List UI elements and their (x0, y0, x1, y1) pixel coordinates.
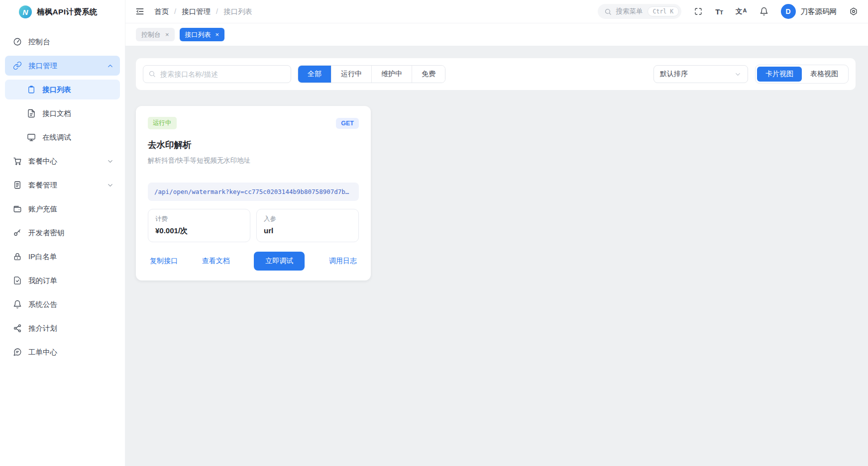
sidebar-item-ip-whitelist[interactable]: IP白名单 (5, 247, 120, 267)
settings-icon[interactable] (849, 7, 858, 16)
cart-icon (13, 157, 22, 166)
view-table-button[interactable]: 表格视图 (802, 67, 847, 82)
sidebar-item-label: 接口文档 (42, 109, 71, 118)
sidebar-item-label: 接口列表 (42, 85, 71, 94)
search-icon (148, 70, 156, 80)
api-title: 去水印解析 (148, 139, 359, 151)
stat-label: 计费 (155, 215, 243, 223)
chevron-down-icon (734, 71, 742, 78)
global-search[interactable]: 搜索菜单 Ctrl K (598, 4, 682, 19)
translate-en-glyph: A (743, 8, 747, 13)
view-docs-button[interactable]: 查看文档 (202, 257, 230, 266)
stat-value: url (264, 226, 351, 235)
api-description: 解析抖音/快手等短视频无水印地址 (148, 156, 359, 165)
close-icon[interactable]: × (216, 31, 219, 38)
view-toggle: 卡片视图 表格视图 (755, 65, 849, 84)
close-icon[interactable]: × (165, 31, 169, 38)
filter-toolbar: 全部 运行中 维护中 免费 默认排序 卡片视图 表格视图 (136, 58, 856, 90)
breadcrumb-home[interactable]: 首页 (154, 7, 169, 16)
package-manage-icon (13, 181, 22, 189)
user-menu[interactable]: D 刀客源码网 (781, 4, 837, 19)
breadcrumb-api-management[interactable]: 接口管理 (182, 7, 211, 16)
sidebar-collapse-icon[interactable] (135, 7, 144, 16)
sidebar-item-label: 开发者密钥 (28, 228, 65, 238)
bell-icon[interactable] (760, 7, 768, 16)
sidebar-item-label: 接口管理 (28, 61, 57, 71)
tab-api-list[interactable]: 接口列表 × (180, 28, 225, 41)
breadcrumb-separator: / (216, 7, 218, 15)
filter-all[interactable]: 全部 (298, 66, 331, 83)
sidebar-item-label: 账户充值 (28, 204, 57, 214)
search-shortcut-badge: Ctrl K (648, 6, 679, 16)
sidebar-item-label: 控制台 (28, 37, 50, 47)
main-area: 首页 / 接口管理 / 接口列表 搜索菜单 Ctrl K TT 文A (125, 0, 868, 466)
chevron-down-icon (107, 158, 114, 165)
breadcrumb-separator: / (174, 7, 176, 15)
debug-now-button[interactable]: 立即调试 (254, 252, 305, 271)
breadcrumb-current: 接口列表 (223, 7, 252, 16)
tab-bar: 控制台 × 接口列表 × (125, 23, 868, 46)
view-card-button[interactable]: 卡片视图 (757, 67, 802, 82)
tab-dashboard[interactable]: 控制台 × (136, 28, 175, 41)
sidebar-item-referral[interactable]: 推介计划 (5, 318, 120, 338)
lock-icon (13, 252, 22, 261)
sidebar-item-label: 套餐管理 (28, 181, 57, 190)
chevron-up-icon (107, 62, 114, 70)
sort-select[interactable]: 默认排序 (653, 65, 748, 83)
sidebar-item-label: IP白名单 (28, 252, 57, 262)
sidebar-item-label: 我的订单 (28, 276, 57, 285)
global-search-label: 搜索菜单 (616, 7, 643, 16)
billing-stat: 计费 ¥0.001/次 (148, 209, 250, 242)
app-title: 楠枫API计费系统 (37, 7, 98, 17)
sidebar-item-label: 套餐中心 (28, 157, 57, 166)
sidebar-item-api-docs[interactable]: 接口文档 (5, 103, 120, 123)
dashboard-icon (13, 37, 22, 46)
filter-running[interactable]: 运行中 (331, 66, 371, 83)
sidebar-item-recharge[interactable]: 账户充值 (5, 199, 120, 219)
sidebar-item-package-manage[interactable]: 套餐管理 (5, 175, 120, 195)
sidebar-item-api-management[interactable]: 接口管理 (5, 56, 120, 76)
sidebar-item-api-list[interactable]: 接口列表 (5, 80, 120, 99)
sidebar-item-package-center[interactable]: 套餐中心 (5, 151, 120, 171)
top-header: 首页 / 接口管理 / 接口列表 搜索菜单 Ctrl K TT 文A (125, 0, 868, 23)
text-size-small-glyph: T (720, 10, 723, 15)
text-size-icon[interactable]: TT (715, 8, 723, 15)
text-size-large-glyph: T (715, 8, 720, 15)
sidebar-item-my-orders[interactable]: 我的订单 (5, 271, 120, 290)
filter-maintenance[interactable]: 维护中 (371, 66, 412, 83)
search-icon (604, 8, 612, 15)
stat-label: 入参 (264, 215, 351, 223)
params-stat: 入参 url (256, 209, 359, 242)
chevron-down-icon (107, 182, 114, 189)
translate-cn-glyph: 文 (736, 8, 743, 15)
api-search-input[interactable] (143, 65, 291, 83)
key-icon (13, 228, 22, 237)
api-card: 运行中 GET 去水印解析 解析抖音/快手等短视频无水印地址 /api/open… (136, 106, 371, 280)
copy-api-button[interactable]: 复制接口 (150, 257, 178, 266)
sidebar: N 楠枫API计费系统 控制台 接口管理 接口列表 接口文档 在线调试 套餐中心 (0, 0, 125, 466)
status-badge: 运行中 (148, 117, 177, 129)
user-name: 刀客源码网 (801, 7, 837, 16)
translate-icon[interactable]: 文A (736, 8, 747, 15)
api-link-icon (13, 61, 22, 70)
share-icon (13, 324, 22, 333)
sidebar-item-dashboard[interactable]: 控制台 (5, 32, 120, 52)
sidebar-item-label: 在线调试 (42, 133, 71, 142)
fullscreen-icon[interactable] (694, 7, 703, 16)
api-endpoint[interactable]: /api/open/watermark?key=cc775c0203144b9b… (148, 183, 359, 201)
sort-select-value: 默认排序 (660, 70, 688, 79)
sidebar-menu: 控制台 接口管理 接口列表 接口文档 在线调试 套餐中心 套餐管理 (0, 24, 125, 362)
content-area: 全部 运行中 维护中 免费 默认排序 卡片视图 表格视图 运行中 (125, 46, 868, 466)
filter-free[interactable]: 免费 (412, 66, 445, 83)
sidebar-item-label: 推介计划 (28, 324, 57, 333)
announcement-bell-icon (13, 300, 22, 309)
sidebar-item-developer-key[interactable]: 开发者密钥 (5, 223, 120, 243)
app-logo-icon: N (19, 5, 32, 18)
tab-label: 控制台 (141, 30, 161, 39)
order-icon (13, 276, 22, 285)
sidebar-item-announcements[interactable]: 系统公告 (5, 294, 120, 314)
method-badge: GET (336, 118, 359, 129)
call-logs-button[interactable]: 调用日志 (329, 257, 357, 266)
sidebar-item-tickets[interactable]: 工单中心 (5, 342, 120, 362)
sidebar-item-online-debug[interactable]: 在线调试 (5, 127, 120, 147)
